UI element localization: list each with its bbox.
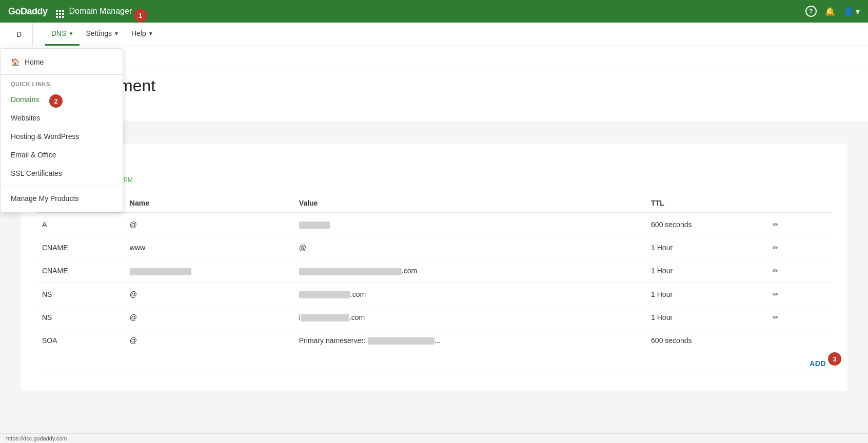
step-badge-1: 1 xyxy=(134,9,147,22)
edit-icon[interactable] xyxy=(773,220,779,229)
dns-table: Type Name Value TTL A @ 600 seconds xyxy=(36,194,832,375)
add-record-cell: ADD 3 xyxy=(766,352,832,375)
add-button-container: ADD 3 xyxy=(810,359,826,368)
edit-icon[interactable] xyxy=(773,313,779,321)
row-value: i.com xyxy=(293,306,645,329)
row-type: SOA xyxy=(36,329,124,352)
row-value: .com xyxy=(293,259,645,283)
col-value: Value xyxy=(293,194,645,213)
gray-banner xyxy=(0,121,868,133)
notification-icon[interactable]: 🔔 xyxy=(825,7,835,16)
dns-dropdown-arrow: ▼ xyxy=(69,31,74,36)
row-edit[interactable] xyxy=(766,283,832,306)
row-value xyxy=(293,213,645,236)
page-title-nav: Domain Manager xyxy=(69,7,805,16)
step-badge-3: 3 xyxy=(828,352,841,366)
page-wrapper: My Domains DNS Management Records Last u… xyxy=(0,46,868,443)
top-nav-actions: ? 🔔 👤 ▾ xyxy=(805,6,860,17)
page-header: DNS Management xyxy=(0,68,868,121)
row-ttl: 1 Hour xyxy=(645,236,766,259)
add-record-button[interactable]: ADD xyxy=(810,359,826,368)
table-header-row: Type Name Value TTL xyxy=(36,194,832,213)
row-name: @ xyxy=(124,213,293,236)
row-edit[interactable] xyxy=(766,213,832,236)
help-nav-item[interactable]: Help ▼ xyxy=(125,23,160,46)
records-section: Records Last updated 23-05-2019 16:51 PM… xyxy=(21,144,847,391)
home-menu-item[interactable]: 🏠 Home xyxy=(1,53,123,71)
last-updated: Last updated 23-05-2019 16:51 PM xyxy=(36,176,832,184)
add-record-row: ADD 3 xyxy=(36,352,832,375)
records-title: Records xyxy=(36,159,832,172)
table-row: CNAME .com 1 Hour xyxy=(36,259,832,283)
edit-icon[interactable] xyxy=(773,244,779,252)
row-edit[interactable] xyxy=(766,259,832,283)
row-type: NS xyxy=(36,306,124,329)
table-row: A @ 600 seconds xyxy=(36,213,832,236)
user-menu-icon[interactable]: 👤 ▾ xyxy=(843,7,860,16)
table-row: SOA @ Primary nameserver: ... 600 second… xyxy=(36,329,832,352)
dropdown-domains[interactable]: Domains 2 xyxy=(1,90,123,109)
dropdown-divider-2 xyxy=(1,186,123,186)
status-bar: https://dcc.godaddy.com xyxy=(0,433,868,443)
table-row: CNAME www @ 1 Hour xyxy=(36,236,832,259)
secondary-nav: D DNS ▼ Settings ▼ Help ▼ 🏠 Home QUICK L… xyxy=(0,23,868,46)
row-type: CNAME xyxy=(36,259,124,283)
row-value: @ xyxy=(293,236,645,259)
dropdown-divider xyxy=(1,74,123,75)
dropdown-websites[interactable]: Websites xyxy=(1,109,123,127)
dropdown-ssl[interactable]: SSL Certificates xyxy=(1,164,123,183)
settings-nav-item[interactable]: Settings ▼ xyxy=(80,23,125,46)
row-type: CNAME xyxy=(36,236,124,259)
dns-management-title: DNS Management xyxy=(21,76,847,95)
row-ttl: 1 Hour xyxy=(645,306,766,329)
main-content: My Domains DNS Management Records Last u… xyxy=(0,46,868,443)
domain-initial: D xyxy=(12,23,33,46)
row-ttl: 1 Hour xyxy=(645,283,766,306)
row-ttl: 600 seconds xyxy=(645,213,766,236)
settings-dropdown-arrow: ▼ xyxy=(114,31,119,36)
dns-nav-item[interactable]: DNS ▼ xyxy=(45,23,80,46)
edit-icon[interactable] xyxy=(773,267,779,275)
grid-menu-button[interactable]: 1 xyxy=(56,5,64,18)
row-name: @ xyxy=(124,283,293,306)
row-ttl: 1 Hour xyxy=(645,259,766,283)
quick-links-dropdown: 🏠 Home QUICK LINKS Domains 2 Websites Ho… xyxy=(0,48,123,212)
row-name: @ xyxy=(124,329,293,352)
grid-icon xyxy=(56,10,64,18)
col-ttl: TTL xyxy=(645,194,766,213)
table-row: NS @ i.com 1 Hour xyxy=(36,306,832,329)
row-edit[interactable] xyxy=(766,236,832,259)
row-ttl: 600 seconds xyxy=(645,329,766,352)
row-type: A xyxy=(36,213,124,236)
row-name: www xyxy=(124,236,293,259)
row-type: NS xyxy=(36,283,124,306)
help-icon[interactable]: ? xyxy=(805,6,817,17)
row-name: @ xyxy=(124,306,293,329)
dropdown-email-office[interactable]: Email & Office xyxy=(1,146,123,164)
edit-icon[interactable] xyxy=(773,290,779,298)
step-badge-2: 2 xyxy=(49,94,63,108)
row-edit[interactable] xyxy=(766,306,832,329)
help-dropdown-arrow: ▼ xyxy=(148,31,153,36)
breadcrumb: My Domains xyxy=(0,46,868,68)
status-url: https://dcc.godaddy.com xyxy=(6,435,67,441)
home-icon: 🏠 xyxy=(11,58,19,66)
dropdown-manage-products[interactable]: Manage My Products xyxy=(1,189,123,208)
row-value: .com xyxy=(293,283,645,306)
row-name xyxy=(124,259,293,283)
table-row: NS @ .com 1 Hour xyxy=(36,283,832,306)
quick-links-label: QUICK LINKS xyxy=(1,78,123,90)
row-value: Primary nameserver: ... xyxy=(293,329,645,352)
row-edit xyxy=(766,329,832,352)
top-nav: GoDaddy 1 Domain Manager ? 🔔 👤 ▾ xyxy=(0,0,868,23)
dropdown-hosting[interactable]: Hosting & WordPress xyxy=(1,127,123,146)
godaddy-logo: GoDaddy xyxy=(8,6,48,17)
col-actions xyxy=(766,194,832,213)
col-name: Name xyxy=(124,194,293,213)
